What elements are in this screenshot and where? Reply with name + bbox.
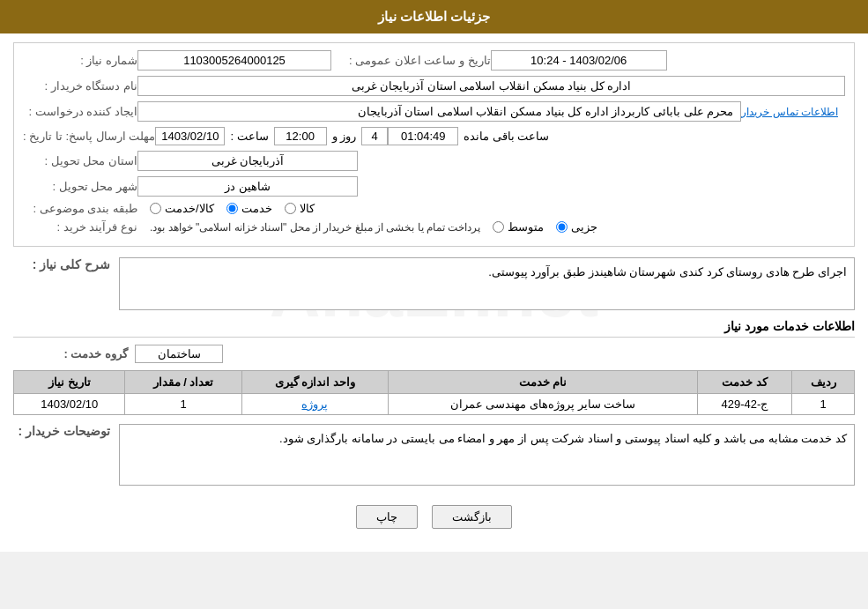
response-deadline-label: مهلت ارسال پاسخ: تا تاریخ : [23, 130, 155, 143]
buyer-notes-section: توضیحات خریدار : کد خدمت مشابه می باشد و… [13, 424, 855, 486]
purchase-radio-partial[interactable] [556, 221, 568, 233]
announcement-date-label: تاریخ و ساعت اعلان عمومی : [349, 54, 491, 67]
service-group-value: ساختمان [135, 345, 223, 363]
col-qty: تعداد / مقدار [125, 371, 241, 394]
category-option-goods[interactable]: کالا [285, 202, 315, 215]
cell-row-num: 1 [792, 394, 855, 415]
response-time-value: 12:00 [274, 127, 327, 145]
table-row: 1ج-42-429ساخت سایر پروژه‌های مهندسی عمرا… [14, 394, 855, 415]
col-service-code: کد خدمت [697, 371, 792, 394]
category-radio-goods[interactable] [285, 203, 296, 214]
response-time-label: ساعت : [225, 130, 273, 143]
need-number-value: 1103005264000125 [137, 50, 331, 71]
remaining-time-label: ساعت باقی مانده [458, 130, 554, 143]
need-number-row: شماره نیاز : 1103005264000125 تاریخ و سا… [23, 50, 845, 71]
province-label: استان محل تحویل : [23, 154, 137, 167]
category-radio-service[interactable] [226, 203, 238, 214]
response-days-label: روز و [327, 130, 362, 143]
purchase-type-label: نوع فرآیند خرید : [23, 220, 137, 234]
announcement-date-value: 1403/02/06 - 10:24 [491, 50, 667, 71]
buyer-org-row: نام دستگاه خریدار : اداره کل بنیاد مسکن … [23, 76, 845, 96]
category-option-service[interactable]: خدمت [226, 202, 272, 215]
category-radio-goods-service[interactable] [150, 203, 161, 214]
response-date-value: 1403/02/10 [155, 127, 225, 145]
print-button[interactable]: چاپ [356, 505, 418, 529]
need-number-label: شماره نیاز : [23, 54, 137, 67]
buyer-notes-title: توضیحات خریدار : [13, 424, 110, 438]
cell-service-code: ج-42-429 [697, 394, 792, 415]
page-header: جزئیات اطلاعات نیاز [0, 0, 868, 33]
purchase-type-row: نوع فرآیند خرید : پرداخت تمام یا بخشی از… [23, 220, 845, 234]
description-title: شرح کلی نیاز : [13, 257, 110, 271]
buyer-notes-text: کد خدمت مشابه می باشد و کلیه اسناد پیوست… [279, 432, 847, 445]
cell-date: 1403/02/10 [14, 394, 125, 415]
col-row-num: ردیف [792, 371, 855, 394]
cell-unit[interactable]: پروژه [241, 394, 389, 415]
creator-label: ایجاد کننده درخواست : [23, 105, 137, 118]
cell-qty: 1 [125, 394, 241, 415]
category-service-label: خدمت [241, 202, 272, 215]
city-row: شهر محل تحویل : شاهین دز [23, 176, 845, 197]
category-label: طبقه بندی موضوعی : [23, 202, 137, 215]
creator-value: محرم علی بابائی کاربرداز اداره کل بنیاد … [137, 101, 741, 122]
description-text: اجرای طرح هادی روستای کرد کندی شهرستان ش… [488, 265, 847, 279]
creator-row: ایجاد کننده درخواست : محرم علی بابائی کا… [23, 101, 845, 122]
response-days-value: 4 [361, 127, 388, 145]
service-group-label: گروه خدمت : [13, 347, 128, 360]
page-title: جزئیات اطلاعات نیاز [378, 9, 490, 24]
city-value: شاهین دز [137, 176, 358, 197]
purchase-medium-label: متوسط [508, 220, 544, 234]
province-row: استان محل تحویل : آذربایجان غربی [23, 151, 845, 171]
category-row: طبقه بندی موضوعی : کالا/خدمت خدمت کالا [23, 202, 845, 215]
buyer-org-label: نام دستگاه خریدار : [23, 79, 137, 93]
remaining-time-value: 01:04:49 [388, 127, 458, 145]
col-service-name: نام خدمت [389, 371, 697, 394]
back-button[interactable]: بازگشت [432, 505, 512, 529]
purchase-option-medium[interactable]: متوسط [493, 220, 544, 234]
buyer-org-value: اداره کل بنیاد مسکن انقلاب اسلامی استان … [137, 76, 845, 96]
info-section: شماره نیاز : 1103005264000125 تاریخ و سا… [13, 42, 855, 247]
col-unit: واحد اندازه گیری [241, 371, 389, 394]
service-group-row: گروه خدمت : ساختمان [13, 345, 855, 363]
purchase-notice: پرداخت تمام یا بخشی از مبلغ خریدار از مح… [150, 221, 480, 234]
table-header-row: ردیف کد خدمت نام خدمت واحد اندازه گیری ت… [14, 371, 855, 394]
city-label: شهر محل تحویل : [23, 180, 137, 193]
footer-buttons: بازگشت چاپ [13, 493, 855, 543]
province-value: آذربایجان غربی [137, 151, 358, 171]
col-date: تاریخ نیاز [14, 371, 125, 394]
services-section-title: اطلاعات خدمات مورد نیاز [13, 319, 855, 338]
purchase-radio-medium[interactable] [493, 221, 504, 233]
purchase-option-partial[interactable]: جزیی [556, 220, 597, 234]
category-option-goods-service[interactable]: کالا/خدمت [150, 202, 214, 215]
services-table: ردیف کد خدمت نام خدمت واحد اندازه گیری ت… [13, 370, 855, 415]
contact-link[interactable]: اطلاعات تماس خریدار [741, 106, 838, 118]
description-section: شرح کلی نیاز : اجرای طرح هادی روستای کرد… [13, 257, 855, 310]
response-deadline-row: مهلت ارسال پاسخ: تا تاریخ : 1403/02/10 س… [23, 127, 845, 145]
purchase-partial-label: جزیی [571, 220, 597, 234]
category-option-label: کالا/خدمت [165, 202, 214, 215]
category-goods-label: کالا [300, 202, 315, 215]
description-box: اجرای طرح هادی روستای کرد کندی شهرستان ش… [119, 257, 855, 310]
buyer-notes-box: کد خدمت مشابه می باشد و کلیه اسناد پیوست… [119, 424, 855, 486]
cell-service-name: ساخت سایر پروژه‌های مهندسی عمران [389, 394, 697, 415]
